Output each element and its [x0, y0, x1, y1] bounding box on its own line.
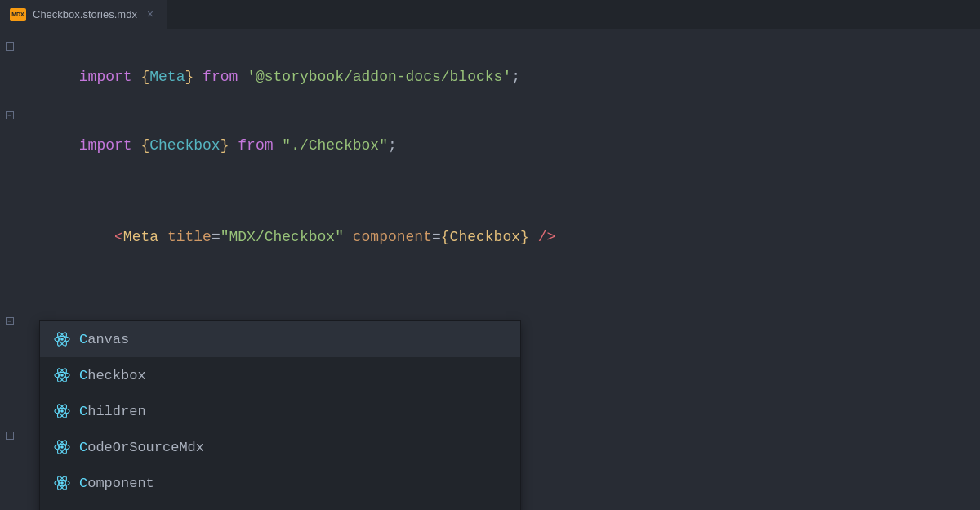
- autocomplete-label-checkbox: Checkbox: [79, 368, 146, 383]
- autocomplete-item-codeorsourcemdx[interactable]: CodeOrSourceMdx: [40, 429, 520, 465]
- svg-point-16: [60, 481, 64, 485]
- autocomplete-label-codeorsourcemdx: CodeOrSourceMdx: [79, 440, 204, 455]
- autocomplete-item-canvas[interactable]: Canvas: [40, 321, 520, 357]
- fold-indicator-10[interactable]: −: [0, 432, 20, 440]
- react-icon-canvas: [53, 330, 71, 348]
- react-icon-component: [53, 474, 71, 492]
- fold-indicator-1[interactable]: −: [0, 42, 20, 51]
- tab-filename: Checkbox.stories.mdx: [33, 8, 137, 20]
- autocomplete-item-componentstable[interactable]: ComponentsTable: [40, 501, 520, 510]
- code-content-4: <Meta title="MDX/Checkbox" component={Ch…: [23, 203, 967, 271]
- code-line-6: [0, 294, 980, 317]
- tab-checkbox-stories[interactable]: MDX Checkbox.stories.mdx ×: [0, 0, 167, 29]
- svg-point-4: [60, 374, 64, 377]
- autocomplete-label-children: Children: [79, 404, 146, 419]
- svg-point-0: [60, 338, 64, 341]
- fold-indicator-7[interactable]: −: [0, 317, 20, 325]
- react-icon-checkbox: [53, 366, 71, 384]
- svg-point-12: [60, 445, 64, 449]
- svg-point-8: [60, 409, 64, 413]
- autocomplete-item-children[interactable]: Children: [40, 393, 520, 429]
- react-icon-children: [53, 402, 71, 420]
- keyword-import-1: import: [79, 69, 132, 85]
- fold-indicator-2[interactable]: −: [0, 111, 20, 119]
- tab-bar: MDX Checkbox.stories.mdx ×: [0, 0, 980, 29]
- tab-close-button[interactable]: ×: [144, 8, 157, 21]
- autocomplete-item-component[interactable]: Component: [40, 465, 520, 501]
- autocomplete-dropdown: Canvas Checkbox: [39, 320, 521, 510]
- autocomplete-item-checkbox[interactable]: Checkbox: [40, 357, 520, 393]
- code-line-2: − import {Checkbox} from "./Checkbox";: [0, 111, 980, 180]
- code-content-2: import {Checkbox} from "./Checkbox";: [23, 111, 967, 180]
- autocomplete-label-component: Component: [79, 476, 154, 491]
- code-editor[interactable]: − import {Meta} from '@storybook/addon-d…: [0, 29, 980, 510]
- code-content-1: import {Meta} from '@storybook/addon-doc…: [23, 42, 967, 111]
- code-line-1: − import {Meta} from '@storybook/addon-d…: [0, 42, 980, 111]
- code-line-5: [0, 271, 980, 294]
- autocomplete-label-canvas: Canvas: [79, 332, 129, 347]
- code-line-4: <Meta title="MDX/Checkbox" component={Ch…: [0, 203, 980, 271]
- mdx-file-icon: MDX: [10, 7, 26, 23]
- code-line-3: [0, 180, 980, 203]
- react-icon-codeorsourcemdx: [53, 438, 71, 456]
